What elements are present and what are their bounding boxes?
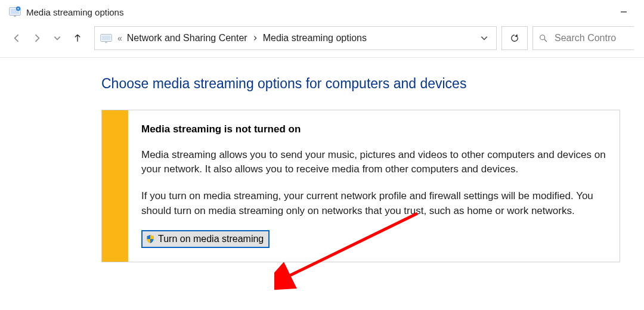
info-panel: Media streaming is not turned on Media s…	[101, 110, 620, 262]
up-button[interactable]	[69, 30, 86, 46]
nav-arrows	[8, 30, 86, 46]
accent-strip	[102, 110, 128, 262]
chevron-right-icon[interactable]	[251, 33, 259, 43]
refresh-button[interactable]	[501, 26, 528, 50]
turn-on-media-streaming-button[interactable]: Turn on media streaming	[141, 230, 270, 248]
title-bar: Media streaming options	[0, 0, 644, 21]
svg-rect-7	[105, 42, 107, 44]
svg-rect-6	[102, 35, 111, 40]
panel-body: Media streaming is not turned on Media s…	[128, 110, 620, 262]
nav-row: « Network and Sharing Center Media strea…	[0, 21, 644, 58]
address-bar[interactable]: « Network and Sharing Center Media strea…	[94, 26, 497, 50]
svg-rect-2	[14, 16, 16, 17]
recent-locations-button[interactable]	[49, 30, 66, 46]
uac-shield-icon	[145, 234, 156, 244]
window-title: Media streaming options	[26, 7, 123, 17]
panel-title: Media streaming is not turned on	[141, 122, 606, 137]
svg-point-8	[540, 35, 545, 40]
app-icon	[8, 5, 21, 18]
back-button[interactable]	[8, 30, 25, 46]
address-dropdown-button[interactable]	[476, 27, 493, 49]
panel-paragraph: Media streaming allows you to send your …	[141, 148, 606, 177]
search-input[interactable]: Search Contro	[532, 26, 634, 50]
location-icon	[100, 32, 113, 45]
panel-paragraph: If you turn on media streaming, your cur…	[141, 189, 606, 218]
button-label: Turn on media streaming	[158, 234, 264, 244]
svg-line-9	[544, 39, 547, 42]
search-placeholder: Search Contro	[555, 33, 616, 44]
window-controls	[615, 5, 638, 19]
page-heading: Choose media streaming options for compu…	[101, 76, 644, 92]
search-icon	[538, 33, 549, 44]
content-area: Choose media streaming options for compu…	[0, 58, 644, 262]
forward-button[interactable]	[29, 30, 45, 46]
breadcrumb-segment[interactable]: Media streaming options	[263, 33, 367, 44]
breadcrumb-prefix: «	[116, 33, 123, 43]
breadcrumb-segment[interactable]: Network and Sharing Center	[127, 33, 247, 44]
minimize-button[interactable]	[615, 5, 632, 19]
